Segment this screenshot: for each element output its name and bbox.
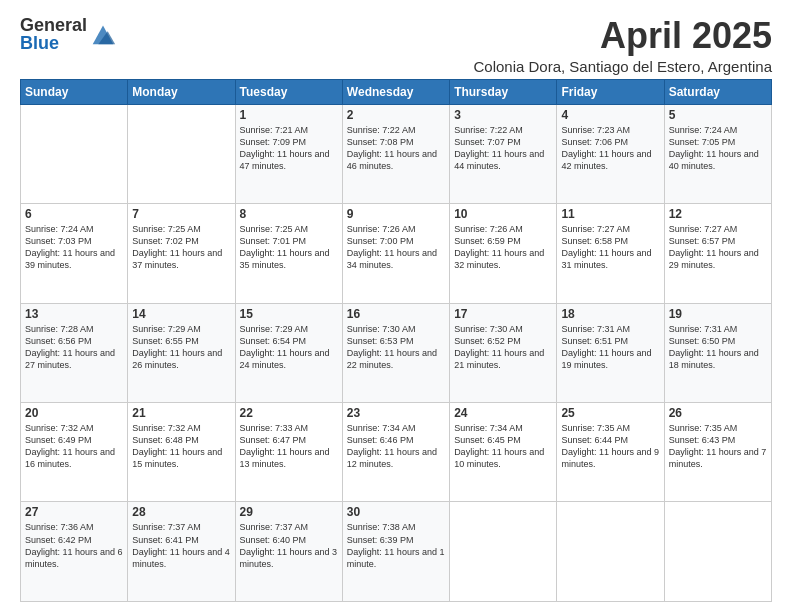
subtitle: Colonia Dora, Santiago del Estero, Argen… <box>473 58 772 75</box>
day-number: 7 <box>132 207 230 221</box>
day-number: 4 <box>561 108 659 122</box>
day-number: 13 <box>25 307 123 321</box>
calendar-cell: 6Sunrise: 7:24 AM Sunset: 7:03 PM Daylig… <box>21 204 128 303</box>
calendar-cell: 8Sunrise: 7:25 AM Sunset: 7:01 PM Daylig… <box>235 204 342 303</box>
cell-details: Sunrise: 7:26 AM Sunset: 6:59 PM Dayligh… <box>454 223 552 272</box>
calendar-table: SundayMondayTuesdayWednesdayThursdayFrid… <box>20 79 772 602</box>
calendar-cell: 21Sunrise: 7:32 AM Sunset: 6:48 PM Dayli… <box>128 403 235 502</box>
cell-details: Sunrise: 7:38 AM Sunset: 6:39 PM Dayligh… <box>347 521 445 570</box>
calendar-cell <box>21 104 128 203</box>
day-header-tuesday: Tuesday <box>235 79 342 104</box>
day-number: 11 <box>561 207 659 221</box>
day-header-sunday: Sunday <box>21 79 128 104</box>
cell-details: Sunrise: 7:35 AM Sunset: 6:44 PM Dayligh… <box>561 422 659 471</box>
calendar-cell: 18Sunrise: 7:31 AM Sunset: 6:51 PM Dayli… <box>557 303 664 402</box>
day-number: 8 <box>240 207 338 221</box>
calendar-cell: 15Sunrise: 7:29 AM Sunset: 6:54 PM Dayli… <box>235 303 342 402</box>
title-block: April 2025 Colonia Dora, Santiago del Es… <box>473 16 772 75</box>
calendar-cell: 13Sunrise: 7:28 AM Sunset: 6:56 PM Dayli… <box>21 303 128 402</box>
cell-details: Sunrise: 7:36 AM Sunset: 6:42 PM Dayligh… <box>25 521 123 570</box>
calendar-cell: 16Sunrise: 7:30 AM Sunset: 6:53 PM Dayli… <box>342 303 449 402</box>
calendar-week-row: 6Sunrise: 7:24 AM Sunset: 7:03 PM Daylig… <box>21 204 772 303</box>
day-number: 15 <box>240 307 338 321</box>
calendar-week-row: 20Sunrise: 7:32 AM Sunset: 6:49 PM Dayli… <box>21 403 772 502</box>
calendar-cell: 3Sunrise: 7:22 AM Sunset: 7:07 PM Daylig… <box>450 104 557 203</box>
calendar-cell: 23Sunrise: 7:34 AM Sunset: 6:46 PM Dayli… <box>342 403 449 502</box>
calendar-cell: 11Sunrise: 7:27 AM Sunset: 6:58 PM Dayli… <box>557 204 664 303</box>
cell-details: Sunrise: 7:30 AM Sunset: 6:53 PM Dayligh… <box>347 323 445 372</box>
calendar-cell: 9Sunrise: 7:26 AM Sunset: 7:00 PM Daylig… <box>342 204 449 303</box>
cell-details: Sunrise: 7:27 AM Sunset: 6:58 PM Dayligh… <box>561 223 659 272</box>
calendar-cell: 17Sunrise: 7:30 AM Sunset: 6:52 PM Dayli… <box>450 303 557 402</box>
calendar-cell <box>128 104 235 203</box>
calendar-cell: 25Sunrise: 7:35 AM Sunset: 6:44 PM Dayli… <box>557 403 664 502</box>
cell-details: Sunrise: 7:26 AM Sunset: 7:00 PM Dayligh… <box>347 223 445 272</box>
cell-details: Sunrise: 7:35 AM Sunset: 6:43 PM Dayligh… <box>669 422 767 471</box>
calendar-cell: 22Sunrise: 7:33 AM Sunset: 6:47 PM Dayli… <box>235 403 342 502</box>
calendar-cell: 30Sunrise: 7:38 AM Sunset: 6:39 PM Dayli… <box>342 502 449 602</box>
day-number: 21 <box>132 406 230 420</box>
cell-details: Sunrise: 7:21 AM Sunset: 7:09 PM Dayligh… <box>240 124 338 173</box>
day-number: 19 <box>669 307 767 321</box>
calendar-cell <box>557 502 664 602</box>
day-number: 6 <box>25 207 123 221</box>
day-number: 25 <box>561 406 659 420</box>
day-number: 5 <box>669 108 767 122</box>
calendar-cell: 20Sunrise: 7:32 AM Sunset: 6:49 PM Dayli… <box>21 403 128 502</box>
day-number: 16 <box>347 307 445 321</box>
day-number: 12 <box>669 207 767 221</box>
calendar-cell: 29Sunrise: 7:37 AM Sunset: 6:40 PM Dayli… <box>235 502 342 602</box>
day-header-friday: Friday <box>557 79 664 104</box>
day-number: 10 <box>454 207 552 221</box>
calendar-cell: 1Sunrise: 7:21 AM Sunset: 7:09 PM Daylig… <box>235 104 342 203</box>
calendar-cell: 28Sunrise: 7:37 AM Sunset: 6:41 PM Dayli… <box>128 502 235 602</box>
day-number: 9 <box>347 207 445 221</box>
month-year-title: April 2025 <box>473 16 772 56</box>
cell-details: Sunrise: 7:34 AM Sunset: 6:45 PM Dayligh… <box>454 422 552 471</box>
day-number: 24 <box>454 406 552 420</box>
cell-details: Sunrise: 7:34 AM Sunset: 6:46 PM Dayligh… <box>347 422 445 471</box>
day-number: 20 <box>25 406 123 420</box>
calendar-week-row: 1Sunrise: 7:21 AM Sunset: 7:09 PM Daylig… <box>21 104 772 203</box>
day-number: 26 <box>669 406 767 420</box>
day-header-wednesday: Wednesday <box>342 79 449 104</box>
calendar-header-row: SundayMondayTuesdayWednesdayThursdayFrid… <box>21 79 772 104</box>
day-number: 17 <box>454 307 552 321</box>
day-number: 23 <box>347 406 445 420</box>
day-number: 28 <box>132 505 230 519</box>
cell-details: Sunrise: 7:24 AM Sunset: 7:05 PM Dayligh… <box>669 124 767 173</box>
calendar-cell: 5Sunrise: 7:24 AM Sunset: 7:05 PM Daylig… <box>664 104 771 203</box>
page: General Blue April 2025 Colonia Dora, Sa… <box>0 0 792 612</box>
cell-details: Sunrise: 7:28 AM Sunset: 6:56 PM Dayligh… <box>25 323 123 372</box>
logo: General Blue <box>20 16 117 52</box>
cell-details: Sunrise: 7:29 AM Sunset: 6:55 PM Dayligh… <box>132 323 230 372</box>
calendar-cell: 27Sunrise: 7:36 AM Sunset: 6:42 PM Dayli… <box>21 502 128 602</box>
calendar-cell: 10Sunrise: 7:26 AM Sunset: 6:59 PM Dayli… <box>450 204 557 303</box>
calendar-cell: 4Sunrise: 7:23 AM Sunset: 7:06 PM Daylig… <box>557 104 664 203</box>
calendar-cell: 24Sunrise: 7:34 AM Sunset: 6:45 PM Dayli… <box>450 403 557 502</box>
day-number: 2 <box>347 108 445 122</box>
day-header-thursday: Thursday <box>450 79 557 104</box>
day-number: 30 <box>347 505 445 519</box>
day-number: 22 <box>240 406 338 420</box>
cell-details: Sunrise: 7:29 AM Sunset: 6:54 PM Dayligh… <box>240 323 338 372</box>
cell-details: Sunrise: 7:23 AM Sunset: 7:06 PM Dayligh… <box>561 124 659 173</box>
header: General Blue April 2025 Colonia Dora, Sa… <box>20 16 772 75</box>
cell-details: Sunrise: 7:37 AM Sunset: 6:40 PM Dayligh… <box>240 521 338 570</box>
calendar-week-row: 27Sunrise: 7:36 AM Sunset: 6:42 PM Dayli… <box>21 502 772 602</box>
day-header-saturday: Saturday <box>664 79 771 104</box>
day-number: 3 <box>454 108 552 122</box>
cell-details: Sunrise: 7:33 AM Sunset: 6:47 PM Dayligh… <box>240 422 338 471</box>
logo-icon <box>89 20 117 48</box>
cell-details: Sunrise: 7:27 AM Sunset: 6:57 PM Dayligh… <box>669 223 767 272</box>
cell-details: Sunrise: 7:22 AM Sunset: 7:07 PM Dayligh… <box>454 124 552 173</box>
calendar-cell <box>450 502 557 602</box>
day-header-monday: Monday <box>128 79 235 104</box>
cell-details: Sunrise: 7:32 AM Sunset: 6:49 PM Dayligh… <box>25 422 123 471</box>
calendar-cell <box>664 502 771 602</box>
cell-details: Sunrise: 7:30 AM Sunset: 6:52 PM Dayligh… <box>454 323 552 372</box>
day-number: 27 <box>25 505 123 519</box>
logo-general: General <box>20 16 87 34</box>
day-number: 14 <box>132 307 230 321</box>
cell-details: Sunrise: 7:24 AM Sunset: 7:03 PM Dayligh… <box>25 223 123 272</box>
